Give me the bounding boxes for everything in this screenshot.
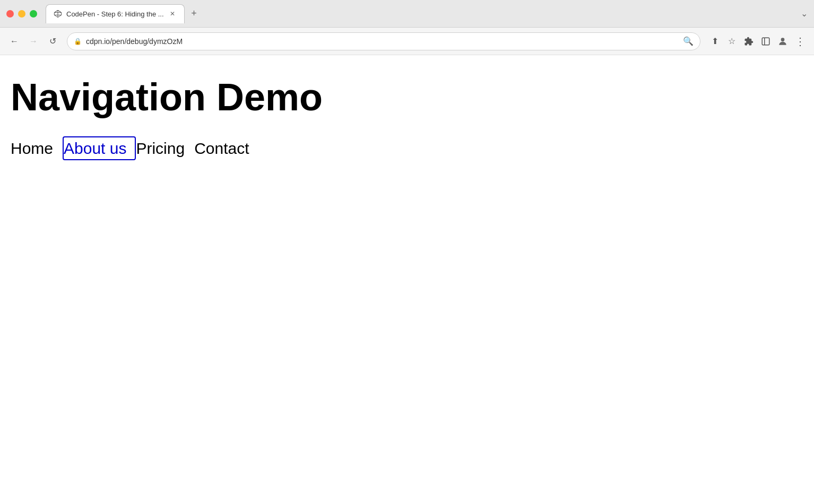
svg-rect-6 [762, 38, 769, 45]
page-title: Navigation Demo [11, 76, 803, 118]
address-bar[interactable]: 🔒 cdpn.io/pen/debug/dymzOzM 🔍 [67, 32, 700, 50]
title-bar: CodePen - Step 6: Hiding the ... ✕ + ⌄ [0, 0, 814, 28]
share-button[interactable]: ⬆ [707, 33, 723, 49]
back-icon: ← [10, 37, 19, 46]
svg-point-8 [781, 38, 785, 41]
maximize-button[interactable] [30, 10, 37, 18]
tab-chevron-icon[interactable]: ⌄ [801, 8, 808, 19]
back-button[interactable]: ← [6, 33, 22, 49]
nav-item-about[interactable]: About us [63, 136, 136, 160]
address-search-icon: 🔍 [683, 36, 694, 46]
nav-item-pricing[interactable]: Pricing [136, 136, 194, 160]
reload-icon: ↺ [49, 36, 56, 46]
main-navigation: Home About us Pricing Contact [11, 140, 803, 158]
nav-item-home[interactable]: Home [11, 136, 63, 160]
tab-bar: CodePen - Step 6: Hiding the ... ✕ + ⌄ [46, 4, 808, 23]
extensions-button[interactable] [741, 33, 757, 49]
puzzle-icon [744, 37, 754, 46]
share-icon: ⬆ [712, 36, 718, 46]
forward-icon: → [29, 37, 38, 46]
minimize-button[interactable] [18, 10, 25, 18]
sidebar-button[interactable] [758, 33, 774, 49]
profile-button[interactable] [775, 33, 791, 49]
toolbar-actions: ⬆ ☆ ⋮ [707, 33, 808, 49]
new-tab-button[interactable]: + [187, 6, 202, 21]
reload-button[interactable]: ↺ [45, 33, 60, 49]
traffic-lights [6, 10, 37, 18]
nav-item-contact[interactable]: Contact [194, 136, 258, 160]
forward-button[interactable]: → [25, 33, 41, 49]
menu-button[interactable]: ⋮ [792, 33, 808, 49]
sidebar-icon [761, 37, 770, 46]
menu-icon: ⋮ [795, 35, 805, 48]
codepen-icon [54, 10, 62, 18]
url-text: cdpn.io/pen/debug/dymzOzM [86, 37, 679, 46]
lock-icon: 🔒 [74, 38, 82, 45]
browser-window: CodePen - Step 6: Hiding the ... ✕ + ⌄ ←… [0, 0, 814, 504]
browser-tab[interactable]: CodePen - Step 6: Hiding the ... ✕ [46, 4, 185, 23]
nav-bar: ← → ↺ 🔒 cdpn.io/pen/debug/dymzOzM 🔍 ⬆ ☆ [0, 28, 814, 55]
bookmark-button[interactable]: ☆ [724, 33, 740, 49]
nav-menu: Home About us Pricing Contact [11, 140, 803, 158]
profile-icon [777, 36, 788, 47]
tab-close-button[interactable]: ✕ [168, 10, 177, 18]
page-content: Navigation Demo Home About us Pricing Co… [0, 55, 814, 504]
tab-title: CodePen - Step 6: Hiding the ... [66, 10, 164, 18]
bookmark-icon: ☆ [728, 36, 735, 46]
close-button[interactable] [6, 10, 14, 18]
svg-line-4 [54, 10, 58, 12]
svg-line-5 [58, 10, 62, 12]
